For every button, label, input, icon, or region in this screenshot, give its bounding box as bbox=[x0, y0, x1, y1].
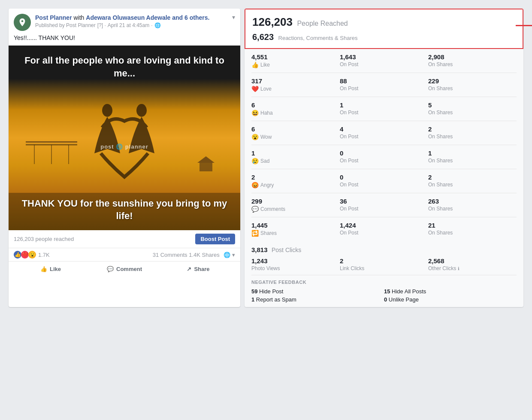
stat-onshares-label-3: On Shares bbox=[428, 134, 517, 140]
stat-total-label-2: 😆 Haha bbox=[251, 110, 340, 116]
post-clicks-section: 3,813 Post Clicks 1,243 Photo Views 2 Li… bbox=[251, 241, 517, 275]
love-icon: ❤️ bbox=[21, 251, 29, 259]
hide-all-cell: 15 Hide All Posts bbox=[384, 288, 517, 295]
stat-onpost-num-7: 1,424 bbox=[340, 222, 428, 229]
post-header: Post Planner with Adewara Oluwaseun Adew… bbox=[9, 9, 240, 34]
post-comments-shares: 31 Comments 1.4K Shares 🌐 ▾ bbox=[153, 252, 235, 258]
main-container: Post Planner with Adewara Oluwaseun Adew… bbox=[9, 9, 523, 307]
stat-onshares-label-7: On Shares bbox=[428, 230, 517, 236]
reactions-icons: 👍 ❤️ 😮 bbox=[14, 251, 36, 259]
stat-cell-total-2: 6 😆 Haha bbox=[251, 101, 340, 116]
stat-onshares-num-6: 263 bbox=[428, 198, 517, 205]
stat-cell-total-7: 1,445 🔁 Shares bbox=[251, 222, 340, 237]
stat-onshares-num-2: 5 bbox=[428, 101, 517, 109]
share-button[interactable]: ↗ Share bbox=[161, 263, 235, 275]
stat-cell-onshares-6: 263 On Shares bbox=[428, 198, 517, 212]
stat-total-label-4: 😢 Sad bbox=[251, 158, 340, 164]
stat-cell-onshares-3: 2 On Shares bbox=[428, 125, 517, 140]
stats-body: 4,551 👍 Like 1,643 On Post 2,908 On Shar… bbox=[245, 49, 523, 307]
location-icon: 🌐 ▾ bbox=[224, 252, 235, 258]
post-footer: 126,203 people reached Boost Post bbox=[9, 230, 240, 248]
stat-emoji-7: 🔁 bbox=[251, 230, 259, 237]
stats-row-like: 4,551 👍 Like 1,643 On Post 2,908 On Shar… bbox=[251, 49, 517, 73]
thumbs-up-icon: 👍 bbox=[40, 266, 47, 272]
stat-onpost-label-2: On Post bbox=[340, 110, 428, 116]
stat-onpost-num-2: 1 bbox=[340, 101, 428, 109]
stat-total-num-7: 1,445 bbox=[251, 222, 340, 229]
author-name: Post Planner bbox=[35, 14, 72, 21]
comment-button[interactable]: 💬 Comment bbox=[88, 263, 161, 275]
post-clicks-number: 3,813 bbox=[251, 246, 268, 253]
stat-cell-onshares-5: 2 On Shares bbox=[428, 173, 517, 188]
stat-emoji-6: 💬 bbox=[251, 206, 259, 213]
stat-onpost-num-6: 36 bbox=[340, 198, 428, 205]
stats-row-shares: 1,445 🔁 Shares 1,424 On Post 21 On Share… bbox=[251, 217, 517, 241]
link-clicks-cell: 2 Link Clicks bbox=[340, 257, 428, 271]
stats-header: 126,203 People Reached 6,623 Reactions, … bbox=[245, 9, 523, 49]
negative-feedback-row: 59 Hide Post 15 Hide All Posts 1 bbox=[251, 288, 517, 303]
post-panel: Post Planner with Adewara Oluwaseun Adew… bbox=[9, 9, 240, 307]
stat-onpost-num-1: 88 bbox=[340, 77, 428, 85]
stat-total-num-0: 4,551 bbox=[251, 53, 340, 61]
other-clicks-label: Other Clicks ℹ bbox=[428, 265, 517, 271]
stat-onshares-label-0: On Shares bbox=[428, 61, 517, 67]
stat-total-label-0: 👍 Like bbox=[251, 61, 340, 68]
stat-onpost-label-7: On Post bbox=[340, 230, 428, 236]
report-spam-cell: 1 Report as Spam bbox=[251, 296, 384, 303]
stat-onshares-num-7: 21 bbox=[428, 222, 517, 229]
stat-cell-onpost-6: 36 On Post bbox=[340, 198, 428, 212]
stat-cell-onpost-7: 1,424 On Post bbox=[340, 222, 428, 236]
published-by: Published by Post Planner bbox=[35, 22, 96, 28]
post-clicks-row: 1,243 Photo Views 2 Link Clicks 2,568 Ot… bbox=[251, 257, 517, 271]
stat-cell-onpost-0: 1,643 On Post bbox=[340, 53, 428, 67]
stat-emoji-0: 👍 bbox=[251, 61, 259, 68]
photo-views-cell: 1,243 Photo Views bbox=[251, 257, 340, 271]
post-image: For all the people who are loving and ki… bbox=[9, 46, 240, 230]
post-actions: 👍 Like 💬 Comment ↗ Share bbox=[9, 262, 240, 277]
negative-feedback-heading: NEGATIVE FEEDBACK bbox=[251, 280, 517, 285]
stat-cell-onshares-7: 21 On Shares bbox=[428, 222, 517, 236]
post-image-bottom-text: THANK YOU for the sunshine you bring to … bbox=[9, 193, 240, 230]
stat-onpost-num-0: 1,643 bbox=[340, 53, 428, 61]
like-button[interactable]: 👍 Like bbox=[14, 263, 88, 275]
stat-onshares-num-0: 2,908 bbox=[428, 53, 517, 61]
stat-cell-total-3: 6 😮 Wow bbox=[251, 125, 340, 140]
post-image-top-text: For all the people who are loving and ki… bbox=[9, 46, 240, 84]
stat-cell-onpost-5: 0 On Post bbox=[340, 173, 428, 188]
stat-emoji-3: 😮 bbox=[251, 134, 259, 140]
post-author: Post Planner with Adewara Oluwaseun Adew… bbox=[35, 14, 228, 21]
stat-onshares-num-1: 229 bbox=[428, 77, 517, 85]
shares-count[interactable]: 1.4K Shares bbox=[189, 252, 220, 258]
stat-onpost-num-4: 0 bbox=[340, 149, 428, 157]
stat-onpost-label-0: On Post bbox=[340, 61, 428, 67]
stat-emoji-5: 😡 bbox=[251, 182, 259, 189]
stat-cell-onshares-0: 2,908 On Shares bbox=[428, 53, 517, 67]
comments-count[interactable]: 31 Comments bbox=[153, 252, 187, 258]
stat-onpost-label-4: On Post bbox=[340, 158, 428, 164]
stat-onpost-num-5: 0 bbox=[340, 173, 428, 181]
stat-onshares-label-2: On Shares bbox=[428, 110, 517, 116]
stat-onpost-num-3: 4 bbox=[340, 125, 428, 133]
boost-post-button[interactable]: Boost Post bbox=[195, 234, 235, 244]
stat-emoji-1: ❤️ bbox=[251, 85, 259, 92]
coauthors[interactable]: Adewara Oluwaseun Adewale and 6 others. bbox=[86, 14, 209, 21]
stats-row-haha: 6 😆 Haha 1 On Post 5 On Shares bbox=[251, 97, 517, 121]
wow-icon: 😮 bbox=[28, 251, 36, 259]
stat-onshares-label-5: On Shares bbox=[428, 182, 517, 188]
stats-panel: 126,203 People Reached 6,623 Reactions, … bbox=[245, 9, 523, 307]
stat-emoji-2: 😆 bbox=[251, 110, 259, 116]
post-image-bg: For all the people who are loving and ki… bbox=[9, 46, 240, 230]
post-sub: Published by Post Planner [?] · April 21… bbox=[35, 22, 228, 28]
stat-total-label-6: 💬 Comments bbox=[251, 206, 340, 213]
comment-icon: 💬 bbox=[107, 266, 114, 272]
reach-number: 126,203 bbox=[252, 15, 293, 28]
like-icon: 👍 bbox=[14, 251, 21, 259]
chevron-down-icon[interactable]: ▾ bbox=[232, 14, 235, 21]
stat-onpost-label-3: On Post bbox=[340, 134, 428, 140]
stat-cell-onshares-4: 1 On Shares bbox=[428, 149, 517, 164]
other-clicks-number: 2,568 bbox=[428, 257, 517, 265]
stat-onshares-num-3: 2 bbox=[428, 125, 517, 133]
stat-onpost-label-1: On Post bbox=[340, 85, 428, 91]
post-image-pier bbox=[26, 141, 77, 167]
stat-cell-onshares-1: 229 On Shares bbox=[428, 77, 517, 91]
